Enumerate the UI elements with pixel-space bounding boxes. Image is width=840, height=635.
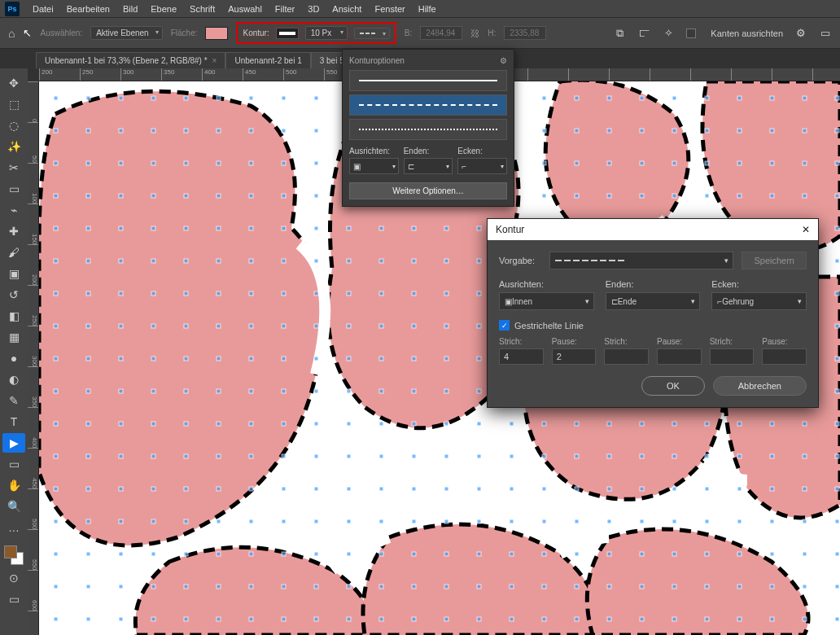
gradient-tool-icon[interactable]: ▦ (2, 327, 25, 347)
dash-input-2[interactable] (604, 348, 649, 365)
arrange-icon[interactable]: ✧ (662, 27, 675, 40)
menu-3d[interactable]: 3D (301, 2, 326, 16)
corners-select[interactable]: ⌐ (457, 158, 507, 174)
options-bar: ⌂ ↖ Auswählen: Aktive Ebenen Fläche: Kon… (0, 18, 840, 49)
menu-datei[interactable]: Datei (26, 2, 60, 16)
dash-input-5[interactable] (762, 348, 807, 365)
menu-fenster[interactable]: Fenster (368, 2, 411, 16)
stroke-label: Kontur: (243, 28, 269, 37)
preset-dropdown[interactable] (549, 252, 733, 269)
width-input[interactable]: 2484,94 (420, 26, 462, 40)
stroke-preset-solid[interactable] (349, 70, 507, 91)
brush-tool-icon[interactable]: 🖌 (2, 243, 25, 262)
marquee-tool-icon[interactable]: ⬚ (2, 94, 25, 114)
zoom-tool-icon[interactable]: 🔍 (2, 497, 25, 516)
caps-dropdown[interactable]: ⊏ Ende (606, 292, 701, 310)
tab-doc-2[interactable]: Unbenannt-2 bei 1 (225, 52, 310, 68)
wand-tool-icon[interactable]: ✨ (2, 137, 25, 156)
blur-tool-icon[interactable]: ● (2, 348, 25, 368)
align-dropdown[interactable]: ▣ Innen (499, 292, 594, 310)
menu-hilfe[interactable]: Hilfe (412, 2, 443, 16)
menu-bild[interactable]: Bild (116, 2, 144, 16)
move-tool-icon[interactable]: ↖ (23, 27, 32, 39)
dash-input-1[interactable] (552, 348, 597, 365)
align-edges-checkbox[interactable] (686, 28, 696, 38)
lasso-tool-icon[interactable]: ◌ (2, 116, 25, 135)
pen-tool-icon[interactable]: ✎ (2, 391, 25, 410)
menu-ansicht[interactable]: Ansicht (326, 2, 368, 16)
expand-icon[interactable]: ▭ (819, 27, 832, 40)
more-options-button[interactable]: Weitere Optionen… (349, 182, 507, 199)
align-select[interactable]: ▣ (349, 158, 399, 174)
gear-icon[interactable]: ⚙ (500, 56, 507, 65)
color-swatches[interactable] (2, 544, 25, 567)
width-label: B: (405, 28, 412, 37)
preset-label: Vorgabe: (499, 256, 541, 265)
ruler-vertical: 0501001502002503003504004505005506006507… (28, 81, 39, 635)
link-icon[interactable]: ⛓ (470, 28, 479, 38)
gear-icon[interactable]: ⚙ (794, 27, 807, 40)
menu-schrift[interactable]: Schrift (183, 2, 221, 16)
stroke-preset-dotted[interactable] (349, 119, 507, 140)
path-select-tool-icon[interactable]: ▶ (2, 433, 25, 453)
stroke-style-dropdown[interactable] (354, 28, 390, 39)
type-tool-icon[interactable]: T (2, 412, 25, 431)
corners-dropdown[interactable]: ⌐ Gehrung (711, 292, 807, 310)
dialog-title: Kontur (496, 224, 524, 235)
stroke-width-input[interactable]: 10 Px (305, 26, 348, 40)
close-icon[interactable]: ✕ (802, 224, 810, 235)
dash-input-3[interactable] (657, 348, 702, 365)
app-logo: Ps (5, 2, 20, 16)
hand-tool-icon[interactable]: ✋ (2, 475, 25, 495)
dashed-label: Gestrichelte Linie (514, 321, 584, 331)
eyedropper-tool-icon[interactable]: ⌁ (2, 200, 25, 220)
height-label: H: (488, 28, 496, 37)
move-tool-icon[interactable]: ✥ (2, 73, 25, 93)
fill-label: Fläche: (171, 28, 198, 37)
dodge-tool-icon[interactable]: ◐ (2, 370, 25, 389)
close-icon[interactable]: × (212, 56, 217, 65)
height-input[interactable]: 2335,88 (504, 26, 546, 40)
quickmask-icon[interactable]: ⊙ (2, 568, 25, 588)
shape-tool-icon[interactable]: ▭ (2, 454, 25, 474)
tab-doc-1[interactable]: Unbenannt-1 bei 73,3% (Ebene 2, RGB/8#) … (36, 52, 225, 68)
frame-tool-icon[interactable]: ▭ (2, 179, 25, 199)
tool-panel: ✥ ⬚ ◌ ✨ ✂ ▭ ⌁ ✚ 🖌 ▣ ↺ ◧ ▦ ● ◐ ✎ T ▶ ▭ ✋ … (0, 68, 28, 635)
stroke-options-title: Konturoptionen (349, 56, 405, 65)
align-edges-label: Kanten ausrichten (711, 28, 783, 38)
save-preset-button[interactable]: Speichern (742, 252, 807, 269)
stroke-highlight-area: Kontur: 10 Px (236, 22, 396, 44)
dash-input-0[interactable] (499, 348, 544, 365)
dash-input-4[interactable] (710, 348, 755, 365)
fill-swatch[interactable] (205, 27, 228, 40)
history-brush-icon[interactable]: ↺ (2, 285, 25, 304)
ok-button[interactable]: OK (641, 376, 705, 396)
stamp-tool-icon[interactable]: ▣ (2, 264, 25, 283)
stroke-color-swatch[interactable] (276, 28, 299, 39)
caps-select[interactable]: ⊏ (404, 158, 453, 174)
heal-tool-icon[interactable]: ✚ (2, 221, 25, 241)
crop-tool-icon[interactable]: ✂ (2, 158, 25, 177)
menu-auswahl[interactable]: Auswahl (221, 2, 269, 16)
menu-bearbeiten[interactable]: Bearbeiten (60, 2, 116, 16)
screenmode-icon[interactable]: ▭ (2, 589, 25, 609)
menu-bar: Ps Datei Bearbeiten Bild Ebene Schrift A… (0, 0, 840, 18)
stroke-preset-dashed[interactable] (349, 94, 507, 116)
edit-toolbar-icon[interactable]: … (2, 518, 25, 537)
home-icon[interactable]: ⌂ (8, 27, 15, 40)
select-layers-dropdown[interactable]: Aktive Ebenen (90, 26, 163, 40)
align-icon[interactable]: ⫍ (637, 27, 650, 40)
pathfinder-icon[interactable]: ⧉ (613, 27, 626, 40)
cancel-button[interactable]: Abbrechen (713, 376, 807, 396)
menu-filter[interactable]: Filter (269, 2, 301, 16)
kontur-dialog: Kontur ✕ Vorgabe: Speichern Ausrichten:▣… (487, 218, 819, 408)
stroke-options-flyout: Konturoptionen ⚙ Ausrichten:▣ Enden:⊏ Ec… (342, 49, 514, 207)
menu-ebene[interactable]: Ebene (144, 2, 183, 16)
select-label: Auswählen: (40, 28, 82, 37)
dashed-checkbox[interactable]: ✓ (499, 320, 510, 331)
eraser-tool-icon[interactable]: ◧ (2, 306, 25, 326)
